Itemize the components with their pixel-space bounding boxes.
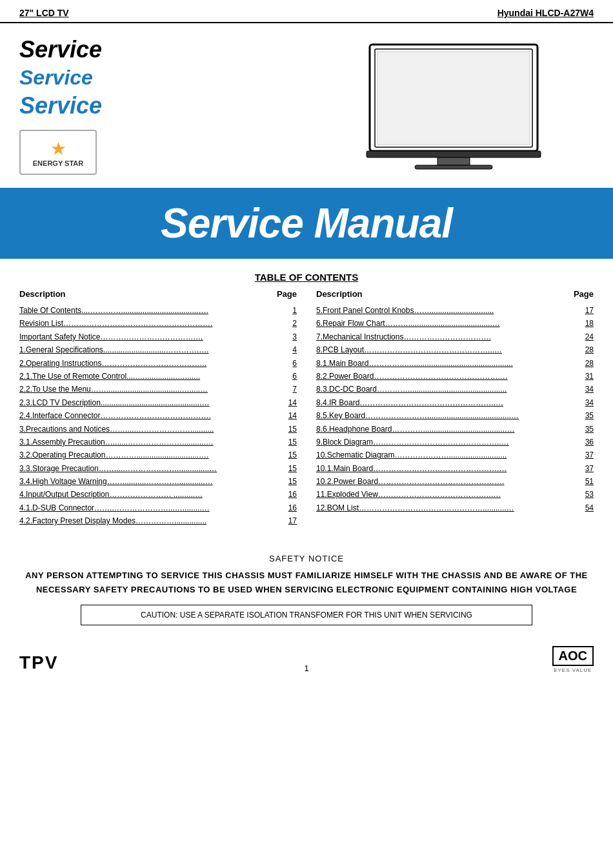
toc-item-page: 15 <box>277 449 297 461</box>
toc-list-item: 3.Precautions and Notices…….....………………….… <box>19 423 297 436</box>
toc-item-text: 4.Input/Output Description…………………… .....… <box>19 488 277 501</box>
safety-title: SAFETY NOTICE <box>19 554 594 563</box>
toc-item-page: 53 <box>574 488 594 501</box>
toc-item-text: 4.2.Factory Preset Display Modes……………...… <box>19 514 277 527</box>
toc-item-page: 7 <box>277 383 297 396</box>
svg-rect-4 <box>437 157 470 165</box>
toc-item-text: 3.3.Storage Precaution……....………………….....… <box>19 462 277 475</box>
toc-item-page: 35 <box>574 409 594 422</box>
toc-list-item: 9.Block Diagram…………………………………………..…36 <box>316 436 594 449</box>
toc-item-text: Table Of Contents....…………...............… <box>19 304 277 317</box>
energy-star-badge: ★ ENERGY STAR <box>19 130 97 175</box>
toc-item-page: 18 <box>574 317 594 330</box>
toc-list-item: Revision List………………………………………………….2 <box>19 317 297 330</box>
product-type: 27" LCD TV <box>19 8 69 18</box>
toc-col1-header: Description Page <box>19 289 297 300</box>
toc-list-item: 1.General Specifications................… <box>19 343 297 356</box>
toc-column-1: Description Page Table Of Contents....……… <box>19 289 297 528</box>
toc-item-text: 8.PCB Layout…………………………………………...… <box>316 343 574 356</box>
tv-image-area <box>313 36 594 175</box>
toc-item-text: 12.BOM List…………………………………………...........… <box>316 501 574 514</box>
toc-list-item: 8.2.Power Board………………………………………….…31 <box>316 370 594 383</box>
table-of-contents: TABLE OF CONTENTS Description Page Table… <box>0 265 613 534</box>
toc-item-page: 36 <box>574 436 594 449</box>
toc-list-item: 7.Mechanical Instructions…………………………….24 <box>316 330 594 343</box>
svg-rect-2 <box>377 52 530 145</box>
toc-list-item: 2.3.LCD TV Description..................… <box>19 396 297 409</box>
safety-section: SAFETY NOTICE ANY PERSON ATTEMPTING TO S… <box>0 534 613 640</box>
toc-list-item: 8.5.Key Board……………………...................… <box>316 409 594 422</box>
toc-item-page: 37 <box>574 462 594 475</box>
aoc-logo-area: AOC EYES VALUE <box>552 646 594 673</box>
toc-item-text: Revision List…………………………………………………. <box>19 317 277 330</box>
toc-col2-header: Description Page <box>316 289 594 300</box>
toc-item-page: 6 <box>277 370 297 383</box>
toc-list-item: 4.1.D-SUB Connector……..…………………...…......… <box>19 501 297 514</box>
toc-list-item: 4.2.Factory Preset Display Modes……………...… <box>19 514 297 527</box>
toc-column-2: Description Page 5.Front Panel Control K… <box>316 289 594 528</box>
top-left-logos: Service Service Service ★ ENERGY STAR <box>19 36 300 175</box>
page-number: 1 <box>304 663 308 673</box>
toc-item-text: Important Safety Notice……………………………….… <box>19 330 277 343</box>
tpv-logo: TPV <box>19 652 58 673</box>
page-header: 27" LCD TV Hyundai HLCD-A27W4 <box>0 0 613 23</box>
toc-item-text: 3.4.High Voltage Warning……...........………… <box>19 475 277 488</box>
toc-col2-desc-label: Description <box>316 289 363 299</box>
service-heading-2: Service <box>19 66 300 90</box>
toc-list-item: 3.1.Assembly Precaution….......…………………..… <box>19 436 297 449</box>
toc-item-text: 8.1.Main Board…………..…...................… <box>316 357 574 370</box>
toc-item-page: 1 <box>277 304 297 317</box>
toc-item-page: 37 <box>574 449 594 461</box>
toc-item-text: 8.3.DC-DC Board………….....................… <box>316 383 574 396</box>
toc-list-item: 4.Input/Output Description…………………… .....… <box>19 488 297 501</box>
toc-item-page: 51 <box>574 475 594 488</box>
toc-item-text: 9.Block Diagram…………………………………………..… <box>316 436 574 449</box>
toc-item-text: 6.Repair Flow Chart………..................… <box>316 317 574 330</box>
toc-item-page: 17 <box>277 514 297 527</box>
toc-item-page: 15 <box>277 462 297 475</box>
toc-item-page: 16 <box>277 501 297 514</box>
toc-list-item: 8.1.Main Board…………..…...................… <box>316 357 594 370</box>
toc-item-page: 3 <box>277 330 297 343</box>
toc-item-text: 2.4.Interface Connector……………………………………. <box>19 409 277 422</box>
toc-item-text: 10.1.Main Board………………………………………….… <box>316 462 574 475</box>
toc-columns: Description Page Table Of Contents....……… <box>19 289 594 528</box>
top-section: Service Service Service ★ ENERGY STAR <box>0 23 613 181</box>
toc-item-text: 8.2.Power Board………………………………………….… <box>316 370 574 383</box>
toc-item-text: 11.Exploded View……………………………………..…. <box>316 488 574 501</box>
service-manual-banner: Service Manual <box>0 188 613 259</box>
toc-col2-items: 5.Front Panel Control Knobs……...........… <box>316 304 594 514</box>
energy-star-icon: ★ <box>50 138 66 159</box>
toc-item-page: 15 <box>277 423 297 436</box>
toc-item-page: 2 <box>277 317 297 330</box>
energy-star-label: ENERGY STAR <box>33 159 83 167</box>
toc-list-item: 2.4.Interface Connector…………………………………….14 <box>19 409 297 422</box>
toc-item-page: 14 <box>277 409 297 422</box>
toc-list-item: 10.Schematic Diagram………………….............… <box>316 449 594 461</box>
toc-item-page: 24 <box>574 330 594 343</box>
toc-item-page: 4 <box>277 343 297 356</box>
toc-item-page: 15 <box>277 475 297 488</box>
toc-item-text: 1.General Specifications................… <box>19 343 277 356</box>
toc-item-text: 8.4.IR Board……………………………………………..… <box>316 396 574 409</box>
toc-item-page: 16 <box>277 488 297 501</box>
toc-item-text: 8.5.Key Board……………………...................… <box>316 409 574 422</box>
toc-list-item: 3.2.Operating Precaution…………............… <box>19 449 297 461</box>
toc-col1-items: Table Of Contents....…………...............… <box>19 304 297 528</box>
tv-illustration <box>363 41 544 170</box>
toc-item-text: 4.1.D-SUB Connector……..…………………...…......… <box>19 501 277 514</box>
toc-item-text: 3.2.Operating Precaution…………............… <box>19 449 277 461</box>
service-heading-1: Service <box>19 36 300 63</box>
toc-list-item: 3.4.High Voltage Warning……...........………… <box>19 475 297 488</box>
toc-col1-page-label: Page <box>277 289 297 299</box>
page-footer: TPV 1 AOC EYES VALUE <box>0 640 613 686</box>
svg-rect-3 <box>367 151 541 157</box>
toc-list-item: 3.3.Storage Precaution……....………………….....… <box>19 462 297 475</box>
caution-box: CAUTION: USE A SEPARATE ISOLATION TRANSF… <box>81 605 532 625</box>
toc-item-text: 2.Operating Instructions………………………………….. <box>19 357 277 370</box>
toc-item-text: 2.2.To Use the Menu……...................… <box>19 383 277 396</box>
toc-list-item: 8.PCB Layout…………………………………………...…28 <box>316 343 594 356</box>
toc-item-page: 28 <box>574 357 594 370</box>
toc-item-page: 17 <box>574 304 594 317</box>
toc-list-item: Important Safety Notice……………………………….…3 <box>19 330 297 343</box>
